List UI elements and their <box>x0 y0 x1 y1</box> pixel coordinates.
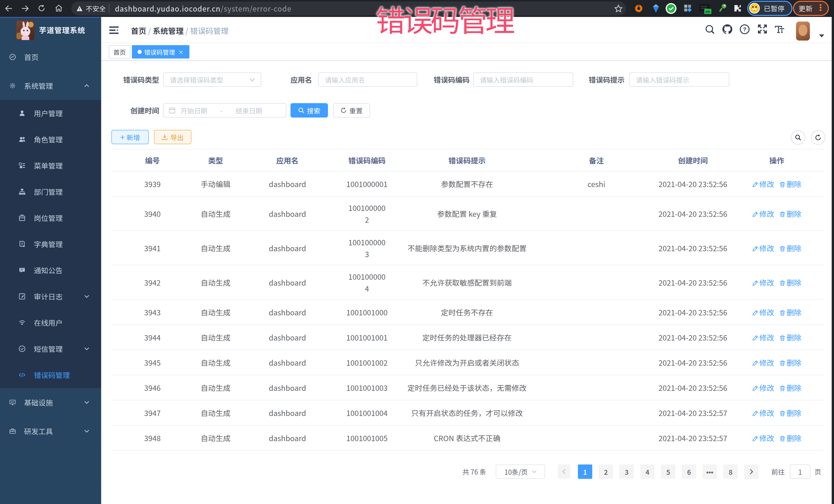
svg-text:?: ? <box>743 26 746 32</box>
svg-text:on: on <box>705 9 710 14</box>
